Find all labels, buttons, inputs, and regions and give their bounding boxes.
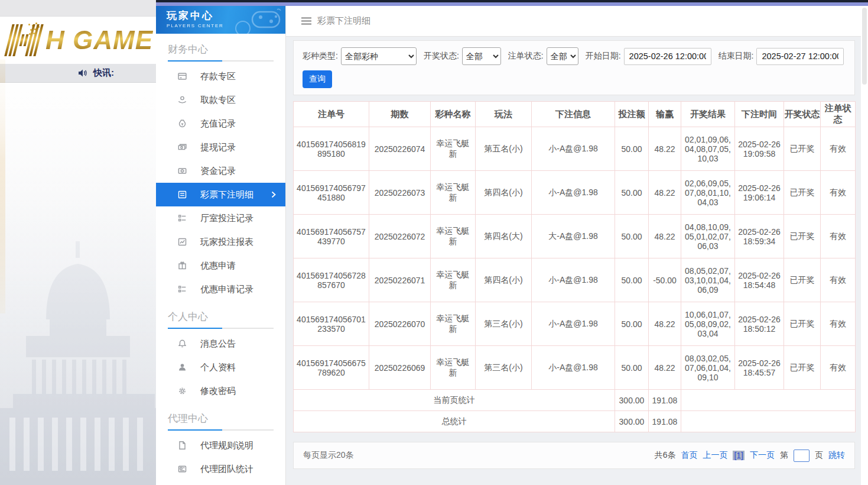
page-jump-suffix: 页 xyxy=(815,450,823,461)
cell-order-status: 有效 xyxy=(821,127,856,171)
cell-order-no: 401569174056797451880 xyxy=(294,171,369,215)
speaker-icon xyxy=(78,69,88,77)
first-page-link[interactable]: 首页 xyxy=(681,450,697,461)
cell-order-status: 有效 xyxy=(821,215,856,258)
cell-result: 08,03,02,05,07,06,01,04,09,10 xyxy=(681,346,735,390)
cell-order-no: 401569174056675789620 xyxy=(294,346,369,390)
cell-result: 02,06,09,05,07,08,01,10,04,03 xyxy=(681,171,735,215)
sidebar-item-agent-rules[interactable]: 代理规则说明 xyxy=(156,434,285,457)
cell-bet-time: 2025-02-26 19:06:14 xyxy=(735,171,784,215)
content: 彩种类型: 全部彩种 开奖状态: 全部 注单状态: 全部 开始日期: 结束日期:… xyxy=(286,37,868,469)
cell-winloss: 48.22 xyxy=(649,302,681,346)
sidebar-item-label: 存款专区 xyxy=(200,71,236,82)
sidebar-item-profile[interactable]: 个人资料 xyxy=(156,355,285,379)
cell-play: 第五名(小) xyxy=(476,127,532,171)
cell-order-status: 有效 xyxy=(821,258,856,302)
cell-winloss: 48.22 xyxy=(649,346,681,390)
cell-result: 02,01,09,06,04,08,07,05,10,03 xyxy=(681,127,735,171)
list-icon xyxy=(177,284,187,294)
sidebar-item-label: 代理团队统计 xyxy=(200,464,253,475)
cell-result: 10,06,01,07,05,08,09,02,03,04 xyxy=(681,302,735,346)
banknote-icon xyxy=(177,166,187,176)
sidebar-item-promo-apply[interactable]: 优惠申请 xyxy=(156,254,285,277)
cell-play: 第四名(小) xyxy=(476,258,532,302)
cell-amount: 50.00 xyxy=(615,258,649,302)
page-title: 彩票下注明细 xyxy=(317,15,370,27)
cell-period: 20250226072 xyxy=(369,215,431,258)
cell-lottery: 幸运飞艇新 xyxy=(431,302,476,346)
cell-bet-time: 2025-02-26 18:59:34 xyxy=(735,215,784,258)
vertical-scrollbar[interactable] xyxy=(861,6,868,485)
cell-order-status: 有效 xyxy=(821,302,856,346)
section-underline xyxy=(168,328,274,329)
next-page-link[interactable]: 下一页 xyxy=(750,450,775,461)
lottery-type-select[interactable]: 全部彩种 xyxy=(341,47,417,65)
summary-empty-cell xyxy=(681,390,856,411)
sidebar-item-lottery-bet-detail[interactable]: 彩票下注明细 xyxy=(156,183,285,206)
cell-bet-info: 小-A盘@1.98 xyxy=(532,346,615,390)
section-title-finance: 财务中心 xyxy=(156,34,285,56)
site-logo: H GAME xyxy=(0,17,156,64)
col-header: 下注时间 xyxy=(735,102,784,127)
cell-result: 08,05,02,07,03,10,01,04,06,09 xyxy=(681,258,735,302)
cell-period: 20250226069 xyxy=(369,346,431,390)
cell-bet-time: 2025-02-26 18:45:57 xyxy=(735,346,784,390)
scrollbar-thumb[interactable] xyxy=(862,8,867,85)
search-button[interactable]: 查询 xyxy=(303,70,332,88)
section-title-personal: 个人中心 xyxy=(156,301,285,324)
jump-button[interactable]: 跳转 xyxy=(828,450,845,461)
page-jump-prefix: 第 xyxy=(780,450,788,461)
sidebar-item-hall-bet-record[interactable]: 厅室投注记录 xyxy=(156,206,285,230)
prev-page-link[interactable]: 上一页 xyxy=(703,450,727,461)
col-header: 开奖结果 xyxy=(681,102,735,127)
total-summary-row: 总统计 300.00 191.08 xyxy=(294,411,856,432)
sidebar-item-change-password[interactable]: 修改密码 xyxy=(156,379,285,403)
table-row: 401569174056728857670 20250226071 幸运飞艇新 … xyxy=(294,258,856,302)
sidebar-item-label: 修改密码 xyxy=(200,386,236,397)
cell-result: 04,08,10,09,05,01,02,07,06,03 xyxy=(681,215,735,258)
cell-play: 第三名(小) xyxy=(476,302,532,346)
sidebar-item-promo-record[interactable]: 优惠申请记录 xyxy=(156,277,285,301)
sidebar-item-funds-record[interactable]: 资金记录 xyxy=(156,159,285,183)
cell-draw-status: 已开奖 xyxy=(784,171,821,215)
sidebar-item-announcements[interactable]: 消息公告 xyxy=(156,332,285,355)
sidebar-item-deposit[interactable]: 存款专区 xyxy=(156,64,285,88)
end-date-label: 结束日期: xyxy=(719,51,754,62)
col-header: 玩法 xyxy=(476,102,532,127)
sidebar-item-recharge-record[interactable]: 充值记录 xyxy=(156,112,285,135)
sidebar-item-withdraw-record[interactable]: 提现记录 xyxy=(156,135,285,159)
table-row: 401569174056797451880 20250226073 幸运飞艇新 … xyxy=(294,171,856,215)
hamburger-menu-icon[interactable] xyxy=(301,17,311,25)
page-summary-label: 当前页统计 xyxy=(294,390,615,411)
order-status-select[interactable]: 全部 xyxy=(547,47,578,65)
sidebar-item-label: 彩票下注明细 xyxy=(200,189,253,201)
end-date-input[interactable] xyxy=(756,48,844,65)
summary-empty-cell xyxy=(681,411,856,432)
breadcrumb: 彩票下注明细 xyxy=(286,6,868,37)
hand-coin-icon xyxy=(177,95,187,105)
draw-status-select[interactable]: 全部 xyxy=(462,47,501,65)
cell-play: 第三名(小) xyxy=(476,346,532,390)
sidebar-item-label: 资金记录 xyxy=(200,166,236,177)
section-underline xyxy=(168,429,274,431)
list-icon xyxy=(177,214,187,223)
cell-winloss: -50.00 xyxy=(649,258,681,302)
bet-table-panel: 注单号 期数 彩种名称 玩法 下注信息 投注额 输赢 开奖结果 下注时间 开奖状… xyxy=(293,101,855,432)
cell-draw-status: 已开奖 xyxy=(784,258,821,302)
page-number-input[interactable] xyxy=(794,450,810,462)
background-top-strip xyxy=(0,0,156,17)
cell-bet-time: 2025-02-26 19:09:58 xyxy=(735,127,784,171)
start-date-input[interactable] xyxy=(624,48,711,65)
col-header: 注单号 xyxy=(294,102,369,127)
sidebar-item-player-report[interactable]: 玩家投注报表 xyxy=(156,230,285,254)
col-header: 彩种名称 xyxy=(431,102,476,127)
sidebar-item-withdraw[interactable]: 取款专区 xyxy=(156,88,285,112)
cell-lottery: 幸运飞艇新 xyxy=(431,171,476,215)
cell-bet-time: 2025-02-26 18:54:48 xyxy=(735,258,784,302)
sidebar-item-agent-team-stats[interactable]: 代理团队统计 xyxy=(156,457,285,481)
gear-icon xyxy=(177,386,187,396)
section-underline xyxy=(168,60,274,62)
sidebar-item-label: 优惠申请 xyxy=(200,260,236,271)
cell-winloss: 48.22 xyxy=(649,215,681,258)
cell-amount: 50.00 xyxy=(615,346,649,390)
